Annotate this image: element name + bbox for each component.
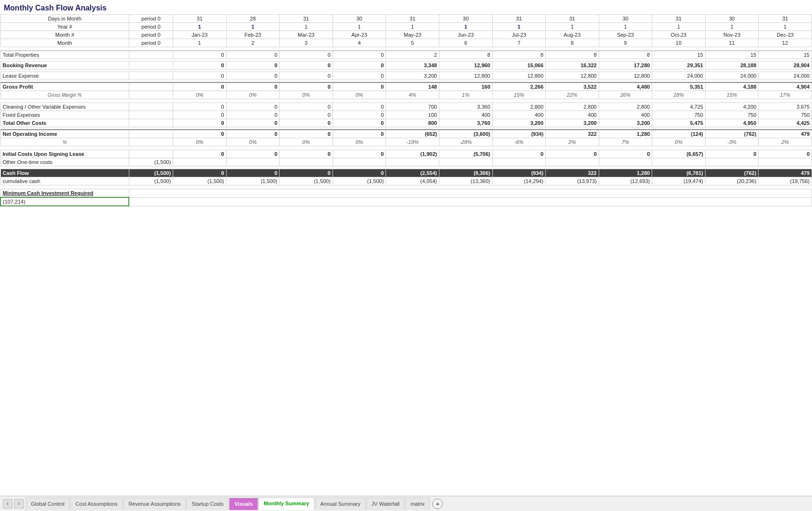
fe-11: 750 — [705, 111, 759, 119]
cum-8: (13,973) — [546, 177, 599, 185]
le-6: 12,800 — [439, 72, 492, 80]
days-may: 31 — [386, 15, 439, 23]
cl-2: 0 — [226, 103, 280, 111]
month-num-jan: Jan-23 — [173, 31, 227, 39]
month-num-nov: Nov-23 — [705, 31, 759, 39]
br-3: 0 — [280, 61, 333, 70]
tp-6: 8 — [439, 51, 492, 59]
oot-4 — [333, 158, 386, 166]
year-sep: 1 — [599, 23, 652, 31]
br-2: 0 — [226, 61, 280, 70]
tab-revenue-assumptions[interactable]: Revenue Assumptions — [123, 498, 186, 510]
nop-2: 0% — [226, 138, 280, 146]
nop-1: 0% — [173, 138, 227, 146]
ic-period — [129, 150, 173, 158]
fe-7: 400 — [492, 111, 546, 119]
year-jul: 1 — [492, 23, 546, 31]
month-10: 10 — [652, 39, 706, 47]
month-row: Month period 0 1 2 3 4 5 6 7 8 9 10 11 1… — [0, 39, 812, 47]
total-properties-label: Total Properties — [0, 51, 129, 59]
days-oct: 31 — [652, 15, 706, 23]
gm-8: 22% — [546, 91, 599, 99]
tab-global-control[interactable]: Global Control — [26, 498, 70, 510]
br-12: 28,904 — [759, 61, 812, 70]
tab-startup-costs[interactable]: Startup Costs — [187, 498, 229, 510]
month-7: 7 — [492, 39, 546, 47]
total-other-row: Total Other Costs 0 0 0 0 800 3,760 3,20… — [0, 119, 812, 127]
fe-3: 0 — [280, 111, 333, 119]
lease-expense-row: Lease Expense 0 0 0 0 3,200 12,800 12,80… — [0, 72, 812, 80]
cl-8: 2,800 — [546, 103, 599, 111]
cumulative-label: cumulative cash — [0, 177, 129, 185]
gm-12: 17% — [759, 91, 812, 99]
tp-3: 0 — [280, 51, 333, 59]
cf-9: 1,280 — [599, 169, 652, 177]
br-8: 16,322 — [546, 61, 599, 70]
cf-2: 0 — [226, 169, 280, 177]
tab-annual-summary[interactable]: Annual Summary — [315, 498, 365, 510]
fixed-expenses-row: Fixed Expenses 0 0 0 0 100 400 400 400 4… — [0, 111, 812, 119]
br-7: 15,066 — [492, 61, 546, 70]
month-9: 9 — [599, 39, 652, 47]
tp-5: 2 — [386, 51, 439, 59]
page-title: Monthly Cash Flow Analysis — [0, 0, 812, 14]
min-cash-label: Minimum Cash Investment Required — [0, 189, 129, 198]
gp-2: 0 — [226, 82, 280, 91]
tab-nav-left[interactable]: ‹ — [3, 499, 12, 509]
min-cash-rest — [129, 197, 812, 206]
nop-7: -6% — [492, 138, 546, 146]
noi-11: (762) — [705, 130, 759, 138]
gross-margin-row: Gross Margin % 0% 0% 0% 0% 4% 1% 15% 22%… — [0, 91, 812, 99]
fe-2: 0 — [226, 111, 280, 119]
year-feb: 1 — [226, 23, 280, 31]
cf-1: 0 — [173, 169, 227, 177]
noi-2: 0 — [226, 130, 280, 138]
month-5: 5 — [386, 39, 439, 47]
fe-4: 0 — [333, 111, 386, 119]
cum-11: (20,236) — [705, 177, 759, 185]
cf-period: (1,500) — [129, 169, 173, 177]
gp-11: 4,188 — [705, 82, 759, 91]
tab-visuals[interactable]: Visuals — [229, 498, 258, 510]
noi-9: 1,280 — [599, 130, 652, 138]
separator-9 — [0, 185, 812, 189]
tab-cost-assumptions[interactable]: Cost Assumptions — [70, 498, 123, 510]
tab-monthly-summary[interactable]: Monthly Summary — [259, 498, 314, 510]
le-2: 0 — [226, 72, 280, 80]
noi-period — [129, 130, 173, 138]
days-aug: 31 — [546, 15, 599, 23]
cum-5: (4,054) — [386, 177, 439, 185]
gp-period — [129, 82, 173, 91]
year-apr: 1 — [333, 23, 386, 31]
separator-1 — [0, 47, 812, 51]
month-num-jul: Jul-23 — [492, 31, 546, 39]
add-sheet-button[interactable]: + — [432, 499, 443, 509]
year-oct: 1 — [652, 23, 706, 31]
gp-5: 148 — [386, 82, 439, 91]
cf-5: (2,554) — [386, 169, 439, 177]
gm-9: 26% — [599, 91, 652, 99]
min-cash-value[interactable]: (107,214) — [0, 197, 129, 206]
tab-jv-waterfall[interactable]: JV Waterfall — [366, 498, 405, 510]
br-4: 0 — [333, 61, 386, 70]
fixed-label: Fixed Expenses — [0, 111, 129, 119]
tp-9: 8 — [599, 51, 652, 59]
noi-6: (3,600) — [439, 130, 492, 138]
days-feb: 28 — [226, 15, 280, 23]
year-dec: 1 — [759, 23, 812, 31]
cum-3: (1,500) — [280, 177, 333, 185]
ic-12: 0 — [759, 150, 812, 158]
days-label: Days in Month — [0, 15, 129, 23]
tab-matrix[interactable]: matrix — [405, 498, 430, 510]
nop-4: 0% — [333, 138, 386, 146]
tab-nav-right[interactable]: › — [14, 499, 24, 509]
ic-9: 0 — [599, 150, 652, 158]
days-jan: 31 — [173, 15, 227, 23]
to-period — [129, 119, 173, 127]
gm-period — [129, 91, 173, 99]
total-properties-row: Total Properties 0 0 0 0 2 8 8 8 8 15 15… — [0, 51, 812, 59]
fe-8: 400 — [546, 111, 599, 119]
month-num-oct: Oct-23 — [652, 31, 706, 39]
br-5: 3,348 — [386, 61, 439, 70]
year-nov: 1 — [705, 23, 759, 31]
